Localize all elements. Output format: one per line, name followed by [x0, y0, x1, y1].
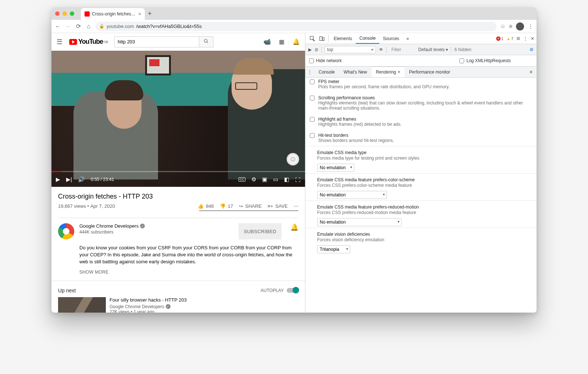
video-player[interactable]: ▶ ▶| 🔊 0:55 / 23:41 CC ⚙ ▣ ▭ ◧ ⛶: [51, 51, 305, 187]
browser-tab[interactable]: Cross-origin fetches - HTTP 2… ×: [81, 8, 145, 20]
drawer-tab-whatsnew[interactable]: What's New: [339, 67, 372, 77]
omnibox[interactable]: 🔒 youtube.com/watch?v=vfAHa5GBLio&t=55s: [96, 22, 496, 31]
devtools-menu-icon[interactable]: ⋮: [523, 36, 528, 41]
list-item[interactable]: Four silly Four silly browser hacks - HT…: [58, 297, 298, 313]
filter-input[interactable]: [390, 46, 415, 53]
option-hit-test-borders: Hit-test bordersShows borders around hit…: [305, 130, 537, 146]
log-xhr-checkbox[interactable]: Log XMLHttpRequests: [459, 58, 511, 63]
hit-test-checkbox[interactable]: [310, 133, 315, 138]
youtube-logo[interactable]: YouTubeGB: [69, 38, 108, 46]
captions-button[interactable]: CC: [239, 177, 245, 182]
hidden-messages[interactable]: 6 hidden: [454, 47, 471, 52]
channel-name[interactable]: Google Chrome Developers✓: [79, 223, 233, 229]
svg-point-1: [204, 39, 207, 42]
log-levels-dropdown[interactable]: Default levels ▾: [418, 47, 448, 52]
dislike-button[interactable]: 👎 17: [220, 203, 233, 209]
settings-gear-icon[interactable]: ⚙: [251, 176, 256, 183]
minimize-window-button[interactable]: [62, 11, 67, 16]
tab-close-icon[interactable]: ×: [138, 11, 141, 17]
youtube-favicon-icon: [85, 11, 90, 17]
tab-console[interactable]: Console: [356, 33, 379, 44]
upnext-channel: Google Chrome Developers ✓: [110, 304, 187, 309]
subscribed-button[interactable]: SUBSCRIBED: [239, 223, 282, 239]
theater-mode-icon[interactable]: ▭: [273, 176, 278, 183]
color-scheme-select[interactable]: No emulation: [317, 191, 387, 199]
cast-icon[interactable]: ◧: [284, 176, 289, 183]
titlebar: Cross-origin fetches - HTTP 2… × +: [51, 7, 537, 20]
search-input[interactable]: [114, 36, 199, 47]
channel-avatar[interactable]: [58, 223, 74, 239]
show-more-button[interactable]: SHOW MORE: [79, 269, 298, 275]
drawer-close-icon[interactable]: ✕: [526, 67, 537, 77]
tab-elements[interactable]: Elements: [330, 33, 356, 44]
hide-network-checkbox[interactable]: Hide network: [309, 58, 342, 63]
error-count[interactable]: ×1: [496, 36, 503, 41]
time-display: 0:55 / 23:41: [91, 177, 114, 182]
fps-meter-checkbox[interactable]: [310, 79, 315, 84]
fullscreen-icon[interactable]: ⛶: [295, 177, 301, 183]
verified-badge-icon: ✓: [140, 224, 145, 228]
drawer-tab-console[interactable]: Console: [314, 67, 339, 77]
video-info: Cross-origin fetches - HTTP 203 19,667 v…: [51, 187, 305, 215]
rendering-pane: FPS meterPlots frames per second, frame …: [305, 78, 537, 313]
forward-button[interactable]: →: [65, 23, 71, 30]
context-selector[interactable]: top: [325, 46, 376, 53]
reload-button[interactable]: ⟳: [75, 23, 82, 30]
warning-count[interactable]: ▲7: [506, 36, 513, 41]
drawer-menu-icon[interactable]: ⋮: [305, 67, 314, 77]
media-type-select[interactable]: No emulation: [317, 164, 354, 172]
search-button[interactable]: [199, 36, 214, 47]
view-count: 19,667 views: [58, 203, 86, 209]
svg-line-2: [207, 42, 208, 43]
save-button[interactable]: ≡+ SAVE: [268, 203, 288, 209]
drawer-tab-perfmon[interactable]: Performance monitor: [405, 67, 455, 77]
device-toolbar-icon[interactable]: [317, 33, 327, 44]
chrome-menu-icon[interactable]: ⋮: [528, 23, 534, 30]
youtube-pane: ☰ YouTubeGB 📹 ▦ 🔔: [51, 33, 305, 313]
thumbnail: Four silly: [58, 297, 106, 313]
maximize-window-button[interactable]: [70, 11, 74, 16]
url-path: /watch?v=vfAHa5GBLio&t=55s: [136, 24, 202, 29]
bookmark-star-icon[interactable]: ☆: [500, 23, 505, 30]
volume-icon[interactable]: 🔊: [78, 176, 85, 183]
autoplay-control[interactable]: AUTOPLAY: [261, 288, 298, 293]
console-play-icon[interactable]: ▶: [308, 47, 312, 52]
vision-deficiency-select[interactable]: Tritanopia: [317, 245, 350, 253]
next-button[interactable]: ▶|: [66, 176, 72, 183]
like-button[interactable]: 👍 848: [198, 203, 214, 209]
console-settings-icon[interactable]: ⚙: [530, 47, 534, 52]
profile-avatar[interactable]: [516, 22, 524, 31]
drawer-tab-rendering[interactable]: Rendering ×: [372, 67, 405, 77]
subscription-bell-icon[interactable]: 🔔: [290, 223, 298, 239]
svg-rect-4: [320, 36, 322, 40]
new-tab-button[interactable]: +: [148, 10, 152, 18]
miniplayer-icon[interactable]: ▣: [262, 176, 267, 183]
play-button[interactable]: ▶: [56, 176, 60, 183]
back-button[interactable]: ←: [54, 23, 61, 30]
notifications-bell-icon[interactable]: 🔔: [293, 38, 300, 45]
player-controls: ▶ ▶| 🔊 0:55 / 23:41 CC ⚙ ▣ ▭ ◧ ⛶: [51, 172, 305, 187]
home-button[interactable]: ⌂: [85, 23, 92, 30]
inspect-element-icon[interactable]: [308, 33, 317, 44]
create-video-icon[interactable]: 📹: [263, 38, 271, 45]
share-button[interactable]: ↪ SHARE: [239, 203, 262, 209]
clear-console-icon[interactable]: ⊘: [315, 47, 318, 52]
devtools-settings-icon[interactable]: ⚙: [516, 36, 520, 41]
devtools-close-icon[interactable]: ✕: [531, 36, 534, 41]
more-actions-icon[interactable]: ⋯: [294, 203, 298, 209]
tab-sources[interactable]: Sources: [379, 33, 403, 44]
scrolling-perf-checkbox[interactable]: [310, 96, 315, 100]
close-window-button[interactable]: [55, 11, 60, 16]
hamburger-icon[interactable]: ☰: [57, 38, 62, 46]
ad-frames-checkbox[interactable]: [310, 117, 315, 122]
live-expression-icon[interactable]: 👁: [379, 47, 383, 52]
tab-close-icon[interactable]: ×: [398, 70, 400, 75]
up-next-section: Up next AUTOPLAY Four silly Four silly b…: [51, 281, 305, 313]
url-host: youtube.com: [107, 24, 134, 29]
apps-grid-icon[interactable]: ▦: [279, 38, 284, 45]
reduced-motion-select[interactable]: No emulation: [317, 218, 402, 226]
upnext-title: Four silly browser hacks - HTTP 203: [110, 297, 187, 303]
autoplay-toggle[interactable]: [287, 288, 298, 293]
tabs-overflow-icon[interactable]: »: [403, 33, 413, 44]
extensions-icon[interactable]: ≡: [509, 23, 512, 30]
